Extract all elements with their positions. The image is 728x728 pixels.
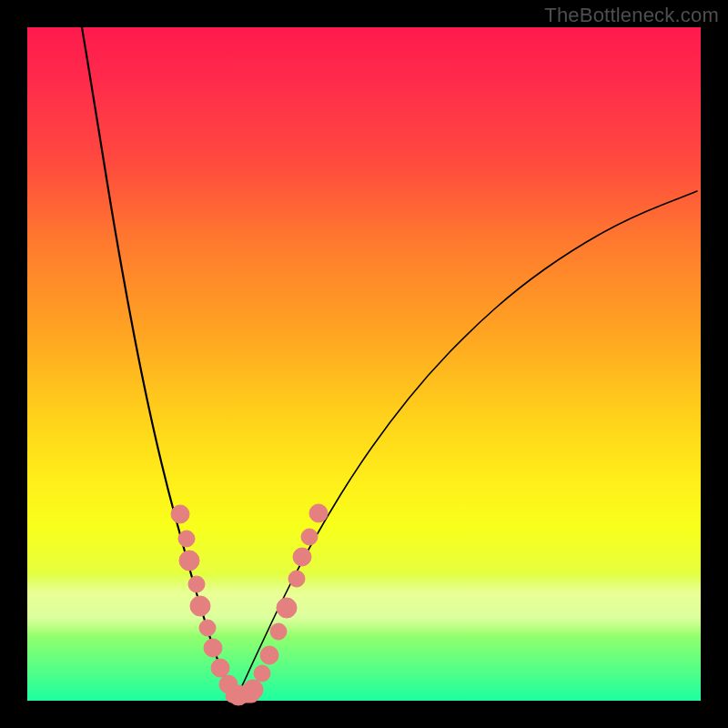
marker-dot <box>309 504 328 522</box>
marker-dot <box>178 531 195 547</box>
chart-frame: TheBottleneck.com <box>0 0 728 728</box>
marker-dot <box>277 598 297 618</box>
marker-dot <box>190 596 210 616</box>
curve-svg <box>27 27 701 701</box>
watermark-label: TheBottleneck.com <box>544 4 719 27</box>
curve-right-branch <box>235 191 697 699</box>
marker-dot <box>293 548 311 566</box>
marker-dot <box>270 623 287 640</box>
marker-dot <box>254 665 270 682</box>
marker-dot <box>188 576 205 592</box>
marker-group <box>171 504 328 705</box>
plot-area <box>27 27 701 701</box>
marker-dot <box>211 659 229 677</box>
vertex-pill <box>226 690 258 703</box>
marker-dot <box>171 505 189 523</box>
marker-dot <box>199 620 216 636</box>
curve-group <box>82 27 697 699</box>
marker-dot <box>204 639 222 657</box>
marker-dot <box>288 571 305 587</box>
marker-dot <box>301 529 318 545</box>
curve-left-branch <box>82 27 235 699</box>
marker-dot <box>179 551 199 571</box>
marker-dot <box>260 646 278 664</box>
